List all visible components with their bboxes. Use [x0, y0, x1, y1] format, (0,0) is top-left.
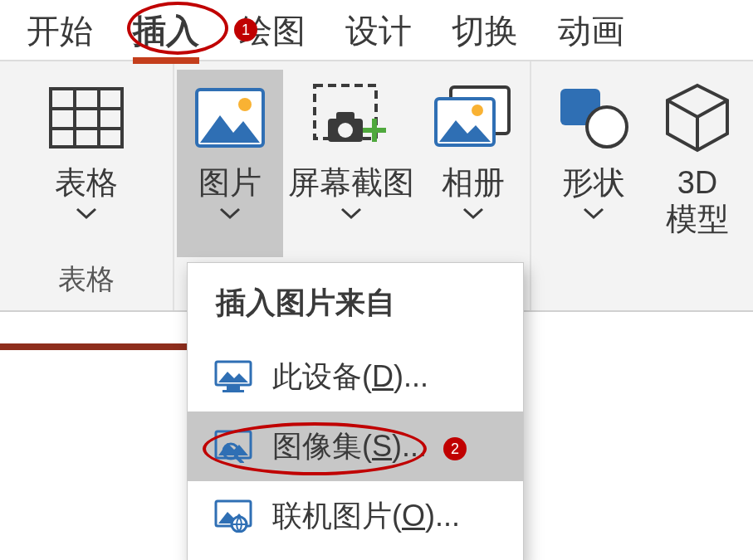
table-button-label: 表格 — [55, 164, 118, 201]
svg-rect-10 — [336, 112, 354, 122]
svg-rect-25 — [222, 390, 244, 392]
ribbon-tabs: 开始 插入 绘图 设计 切换 动画 — [0, 0, 753, 61]
insert-picture-menu: 插入图片来自 此设备(D)... 图像集(S)... — [187, 262, 524, 560]
cube-icon — [663, 76, 732, 159]
menu-item-label: 图像集(S)... — [272, 426, 498, 467]
shapes-icon — [555, 76, 632, 159]
tab-transitions[interactable]: 切换 — [432, 0, 538, 62]
chevron-down-icon — [462, 207, 484, 221]
svg-marker-23 — [218, 372, 248, 382]
shapes-button[interactable]: 形状 — [535, 70, 652, 257]
screenshot-button-label: 屏幕截图 — [288, 164, 414, 201]
shapes-button-label: 形状 — [562, 164, 625, 201]
3d-models-button-label: 3D 模型 — [666, 164, 729, 237]
tab-draw[interactable]: 绘图 — [219, 0, 325, 62]
group-tables: 表格 表格 — [0, 61, 174, 310]
table-icon — [49, 76, 124, 159]
svg-point-19 — [587, 107, 627, 147]
group-illustrations: 形状 3D 模型 — [531, 61, 747, 310]
device-icon — [214, 360, 252, 393]
pictures-button-label: 图片 — [198, 164, 262, 201]
screenshot-icon — [311, 76, 391, 159]
photo-album-button[interactable]: 相册 — [419, 70, 527, 257]
svg-rect-24 — [227, 385, 240, 390]
picture-icon — [195, 76, 265, 159]
table-button[interactable]: 表格 — [7, 70, 165, 249]
svg-rect-0 — [51, 89, 122, 147]
chevron-down-icon — [219, 207, 241, 221]
insert-picture-menu-title: 插入图片来自 — [188, 263, 523, 342]
tab-design[interactable]: 设计 — [325, 0, 432, 62]
chevron-down-icon — [76, 207, 97, 221]
pictures-button[interactable]: 图片 — [177, 70, 283, 257]
svg-point-11 — [338, 123, 353, 138]
chevron-down-icon — [340, 207, 362, 221]
screenshot-button[interactable]: 屏幕截图 — [283, 70, 419, 257]
stock-images-icon — [214, 430, 252, 463]
menu-item-this-device[interactable]: 此设备(D)... — [188, 342, 523, 411]
menu-item-label: 此设备(D)... — [272, 357, 498, 397]
slide-indicator-stripe — [0, 343, 187, 350]
svg-point-7 — [238, 98, 252, 111]
menu-item-stock-images[interactable]: 图像集(S)... — [188, 411, 523, 481]
online-pictures-icon — [214, 499, 252, 533]
tab-home[interactable]: 开始 — [7, 0, 113, 62]
tab-insert[interactable]: 插入 — [113, 0, 219, 62]
photo-album-icon — [434, 76, 512, 159]
photo-album-button-label: 相册 — [442, 164, 505, 201]
svg-point-17 — [472, 105, 483, 116]
chevron-down-icon — [583, 207, 604, 221]
3d-models-button[interactable]: 3D 模型 — [652, 70, 743, 257]
tab-animations[interactable]: 动画 — [538, 0, 644, 62]
menu-item-online-pictures[interactable]: 联机图片(O)... — [188, 481, 523, 551]
group-tables-label: 表格 — [58, 261, 115, 299]
menu-item-label: 联机图片(O)... — [272, 496, 498, 537]
